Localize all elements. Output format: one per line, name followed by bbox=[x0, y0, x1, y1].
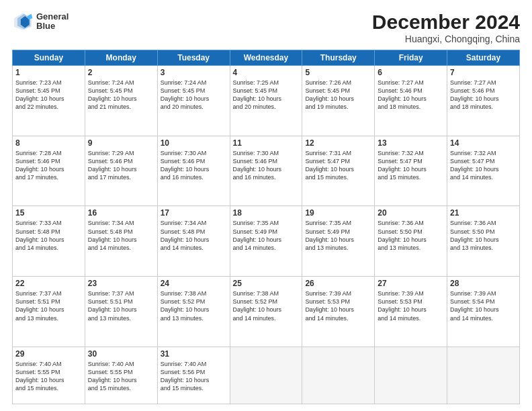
day-number: 3 bbox=[161, 68, 227, 77]
day-info: Sunrise: 7:40 AM Sunset: 5:55 PM Dayligh… bbox=[88, 360, 154, 393]
day-info: Sunrise: 7:37 AM Sunset: 5:51 PM Dayligh… bbox=[15, 289, 82, 322]
calendar-cell: 9Sunrise: 7:29 AM Sunset: 5:46 PM Daylig… bbox=[85, 136, 157, 206]
calendar-cell: 24Sunrise: 7:38 AM Sunset: 5:52 PM Dayli… bbox=[157, 277, 230, 347]
day-info: Sunrise: 7:36 AM Sunset: 5:50 PM Dayligh… bbox=[378, 219, 444, 252]
day-number: 2 bbox=[88, 68, 154, 77]
day-info: Sunrise: 7:34 AM Sunset: 5:48 PM Dayligh… bbox=[161, 219, 227, 252]
weekday-header: Monday bbox=[85, 50, 157, 66]
calendar-cell: 30Sunrise: 7:40 AM Sunset: 5:55 PM Dayli… bbox=[85, 347, 157, 404]
day-number: 12 bbox=[305, 138, 371, 148]
calendar-header-row: SundayMondayTuesdayWednesdayThursdayFrid… bbox=[13, 50, 520, 66]
calendar-cell: 29Sunrise: 7:40 AM Sunset: 5:55 PM Dayli… bbox=[13, 347, 85, 404]
page: General Blue December 2024 Huangxi, Chon… bbox=[0, 0, 532, 411]
calendar-cell: 18Sunrise: 7:35 AM Sunset: 5:49 PM Dayli… bbox=[230, 206, 302, 277]
day-number: 14 bbox=[450, 138, 517, 148]
day-info: Sunrise: 7:24 AM Sunset: 5:45 PM Dayligh… bbox=[161, 79, 227, 111]
calendar-cell: 16Sunrise: 7:34 AM Sunset: 5:48 PM Dayli… bbox=[85, 206, 157, 277]
day-number: 19 bbox=[305, 208, 371, 218]
calendar-cell: 15Sunrise: 7:33 AM Sunset: 5:48 PM Dayli… bbox=[13, 206, 85, 277]
calendar-cell: 20Sunrise: 7:36 AM Sunset: 5:50 PM Dayli… bbox=[375, 206, 447, 277]
day-number: 31 bbox=[161, 349, 227, 359]
day-info: Sunrise: 7:33 AM Sunset: 5:48 PM Dayligh… bbox=[15, 219, 82, 252]
day-number: 23 bbox=[88, 279, 154, 288]
calendar-week-row: 22Sunrise: 7:37 AM Sunset: 5:51 PM Dayli… bbox=[13, 277, 520, 347]
svg-marker-3 bbox=[27, 14, 32, 19]
day-info: Sunrise: 7:39 AM Sunset: 5:53 PM Dayligh… bbox=[378, 289, 444, 322]
day-info: Sunrise: 7:30 AM Sunset: 5:46 PM Dayligh… bbox=[233, 149, 300, 182]
logo-icon bbox=[12, 11, 34, 32]
weekday-header: Thursday bbox=[302, 50, 375, 66]
weekday-header: Friday bbox=[375, 50, 447, 66]
calendar-cell: 6Sunrise: 7:27 AM Sunset: 5:46 PM Daylig… bbox=[375, 66, 447, 136]
calendar-week-row: 8Sunrise: 7:28 AM Sunset: 5:46 PM Daylig… bbox=[13, 136, 520, 206]
day-info: Sunrise: 7:24 AM Sunset: 5:45 PM Dayligh… bbox=[88, 79, 154, 111]
weekday-header: Saturday bbox=[447, 50, 520, 66]
calendar-cell: 3Sunrise: 7:24 AM Sunset: 5:45 PM Daylig… bbox=[157, 66, 230, 136]
day-info: Sunrise: 7:40 AM Sunset: 5:56 PM Dayligh… bbox=[161, 360, 227, 393]
calendar-week-row: 15Sunrise: 7:33 AM Sunset: 5:48 PM Dayli… bbox=[13, 206, 520, 277]
day-info: Sunrise: 7:26 AM Sunset: 5:45 PM Dayligh… bbox=[305, 79, 371, 111]
calendar-cell bbox=[302, 347, 375, 404]
day-number: 11 bbox=[233, 138, 300, 148]
calendar-cell: 14Sunrise: 7:32 AM Sunset: 5:47 PM Dayli… bbox=[447, 136, 520, 206]
calendar-week-row: 29Sunrise: 7:40 AM Sunset: 5:55 PM Dayli… bbox=[13, 347, 520, 404]
day-number: 7 bbox=[450, 68, 517, 77]
day-info: Sunrise: 7:39 AM Sunset: 5:54 PM Dayligh… bbox=[450, 289, 517, 322]
calendar-week-row: 1Sunrise: 7:23 AM Sunset: 5:45 PM Daylig… bbox=[13, 66, 520, 136]
day-number: 5 bbox=[305, 68, 371, 77]
day-info: Sunrise: 7:31 AM Sunset: 5:47 PM Dayligh… bbox=[305, 149, 371, 182]
calendar-cell: 22Sunrise: 7:37 AM Sunset: 5:51 PM Dayli… bbox=[13, 277, 85, 347]
header: General Blue December 2024 Huangxi, Chon… bbox=[12, 11, 520, 44]
day-number: 13 bbox=[378, 138, 444, 148]
day-number: 18 bbox=[233, 208, 300, 218]
day-info: Sunrise: 7:38 AM Sunset: 5:52 PM Dayligh… bbox=[161, 289, 227, 322]
day-number: 16 bbox=[88, 208, 154, 218]
day-number: 9 bbox=[88, 138, 154, 148]
calendar-cell bbox=[447, 347, 520, 404]
day-info: Sunrise: 7:37 AM Sunset: 5:51 PM Dayligh… bbox=[88, 289, 154, 322]
day-info: Sunrise: 7:36 AM Sunset: 5:50 PM Dayligh… bbox=[450, 219, 517, 252]
day-info: Sunrise: 7:23 AM Sunset: 5:45 PM Dayligh… bbox=[15, 79, 82, 111]
day-number: 15 bbox=[15, 208, 82, 218]
calendar-cell: 1Sunrise: 7:23 AM Sunset: 5:45 PM Daylig… bbox=[13, 66, 85, 136]
day-number: 27 bbox=[378, 279, 444, 288]
day-number: 28 bbox=[450, 279, 517, 288]
day-info: Sunrise: 7:35 AM Sunset: 5:49 PM Dayligh… bbox=[233, 219, 300, 252]
day-number: 4 bbox=[233, 68, 300, 77]
calendar: SundayMondayTuesdayWednesdayThursdayFrid… bbox=[12, 50, 520, 404]
day-info: Sunrise: 7:39 AM Sunset: 5:53 PM Dayligh… bbox=[305, 289, 371, 322]
day-info: Sunrise: 7:32 AM Sunset: 5:47 PM Dayligh… bbox=[378, 149, 444, 182]
day-number: 1 bbox=[15, 68, 82, 77]
calendar-body: 1Sunrise: 7:23 AM Sunset: 5:45 PM Daylig… bbox=[13, 66, 520, 404]
calendar-cell: 25Sunrise: 7:38 AM Sunset: 5:52 PM Dayli… bbox=[230, 277, 302, 347]
calendar-cell: 17Sunrise: 7:34 AM Sunset: 5:48 PM Dayli… bbox=[157, 206, 230, 277]
day-number: 10 bbox=[161, 138, 227, 148]
location-subtitle: Huangxi, Chongqing, China bbox=[372, 34, 520, 44]
calendar-cell: 21Sunrise: 7:36 AM Sunset: 5:50 PM Dayli… bbox=[447, 206, 520, 277]
day-info: Sunrise: 7:27 AM Sunset: 5:46 PM Dayligh… bbox=[378, 79, 444, 111]
calendar-cell: 19Sunrise: 7:35 AM Sunset: 5:49 PM Dayli… bbox=[302, 206, 375, 277]
calendar-cell: 28Sunrise: 7:39 AM Sunset: 5:54 PM Dayli… bbox=[447, 277, 520, 347]
day-number: 17 bbox=[161, 208, 227, 218]
logo-text: General Blue bbox=[36, 12, 69, 32]
day-number: 24 bbox=[161, 279, 227, 288]
calendar-cell: 26Sunrise: 7:39 AM Sunset: 5:53 PM Dayli… bbox=[302, 277, 375, 347]
logo: General Blue bbox=[12, 11, 69, 32]
calendar-cell: 13Sunrise: 7:32 AM Sunset: 5:47 PM Dayli… bbox=[375, 136, 447, 206]
weekday-header: Tuesday bbox=[157, 50, 230, 66]
day-number: 30 bbox=[88, 349, 154, 359]
day-info: Sunrise: 7:35 AM Sunset: 5:49 PM Dayligh… bbox=[305, 219, 371, 252]
day-info: Sunrise: 7:32 AM Sunset: 5:47 PM Dayligh… bbox=[450, 149, 517, 182]
weekday-header: Sunday bbox=[13, 50, 85, 66]
calendar-cell: 31Sunrise: 7:40 AM Sunset: 5:56 PM Dayli… bbox=[157, 347, 230, 404]
calendar-cell: 7Sunrise: 7:27 AM Sunset: 5:46 PM Daylig… bbox=[447, 66, 520, 136]
day-info: Sunrise: 7:30 AM Sunset: 5:46 PM Dayligh… bbox=[161, 149, 227, 182]
day-number: 29 bbox=[15, 349, 82, 359]
day-number: 21 bbox=[450, 208, 517, 218]
month-title: December 2024 bbox=[372, 11, 520, 34]
calendar-cell: 10Sunrise: 7:30 AM Sunset: 5:46 PM Dayli… bbox=[157, 136, 230, 206]
day-number: 8 bbox=[15, 138, 82, 148]
day-number: 25 bbox=[233, 279, 300, 288]
calendar-cell: 11Sunrise: 7:30 AM Sunset: 5:46 PM Dayli… bbox=[230, 136, 302, 206]
calendar-cell: 8Sunrise: 7:28 AM Sunset: 5:46 PM Daylig… bbox=[13, 136, 85, 206]
